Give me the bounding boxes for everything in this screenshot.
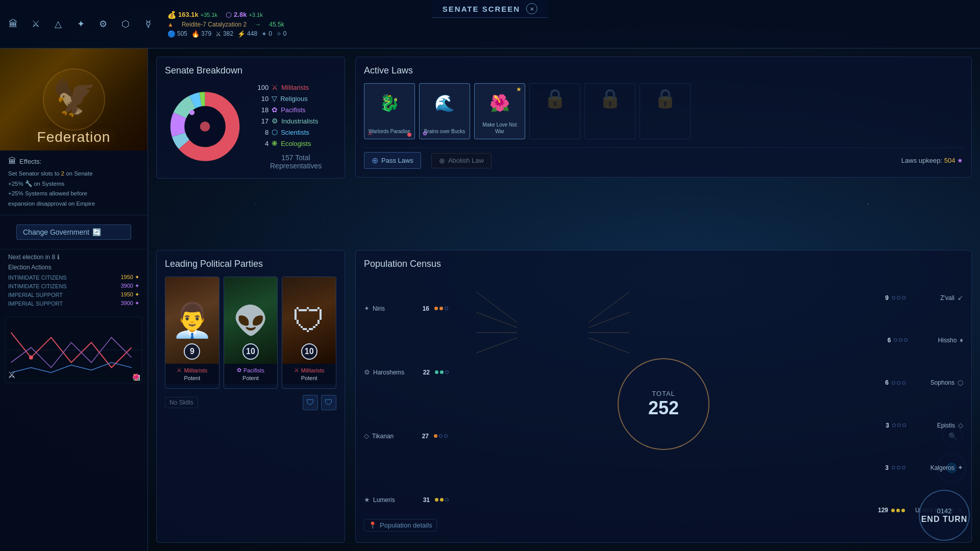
stat-lightning-val: 448 — [247, 30, 257, 37]
election-action-4[interactable]: IMPERIAL SUPPORT 3900 ✦ — [8, 299, 139, 308]
no-skills-label: No Skills — [165, 397, 198, 408]
kalgeros-dots — [892, 466, 905, 469]
law-star-icon: ★ — [516, 86, 522, 93]
shield-buttons: 🛡 🛡 — [303, 395, 336, 410]
party-card-1[interactable]: 👨‍💼 9 ⚔ Militarists Potent — [165, 277, 219, 389]
election-action-1[interactable]: INTIMIDATE CITIZENS 1950 ✦ — [8, 273, 139, 282]
research-delta: +3.1k — [249, 12, 262, 18]
close-button[interactable]: × — [526, 3, 537, 14]
top-resources: 💰 163.1k +35.1k ⬡ 2.8k +3.1k ▲ Reidite-7… — [161, 9, 293, 40]
niris-dots — [434, 307, 448, 310]
shield-button-1[interactable]: 🛡 — [303, 395, 318, 410]
active-laws-panel: Active Laws 🐉 Warlords Paradise ⚔ 🌊 Brai… — [355, 57, 972, 178]
effects-section: 🏛 Effects: Set Senator slots to 2 on Sen… — [0, 151, 148, 215]
production-icon[interactable]: △ — [51, 17, 65, 31]
party-scientists[interactable]: 8 ⬡ Scientists — [255, 128, 336, 136]
senate-title-bar: SENATE SCREEN × — [432, 0, 548, 18]
stat-pop: 🔵 505 — [167, 30, 187, 38]
lumeris-dots — [435, 498, 449, 502]
party-card-2[interactable]: 👽 10 ✿ Pacifists Potent — [224, 277, 278, 389]
make-love-name: Make Love Not War — [478, 121, 522, 135]
zvali-dots — [892, 296, 905, 299]
law-slot-locked-2: 🔒 — [584, 83, 635, 139]
stat-sword-val: 382 — [223, 30, 233, 37]
senate-inner: 100 ⚔ Militarists 10 ▽ Religious 18 ✿ Pa… — [165, 83, 336, 170]
change-government-button[interactable]: Change Government 🔄 — [16, 224, 131, 240]
top-icons: 🏛 ⚔ △ ✦ ⚙ ⬡ ☿ — [0, 13, 161, 35]
law-indicator-1 — [407, 133, 411, 137]
effects-list: Set Senator slots to 2 on Senate +25% 🔧 … — [8, 169, 139, 209]
svg-line-16 — [476, 338, 517, 353]
epistis-dots — [892, 423, 906, 427]
military-icon[interactable]: ⚔ — [29, 17, 43, 31]
end-turn-label: END TURN — [921, 515, 968, 524]
stat-star2: ✧ 0 — [276, 30, 287, 38]
ships-icon[interactable]: ✦ — [74, 17, 88, 31]
heroes-icon[interactable]: ☿ — [141, 17, 155, 31]
election-section: Next election in 8 ℹ Election Actions IN… — [0, 249, 148, 312]
party-card-art-2: 👽 10 — [224, 277, 278, 364]
special-resource-delta: → — [255, 21, 261, 28]
city-icon[interactable]: 🏛 — [6, 17, 20, 31]
party-ecologists[interactable]: 4 ❋ Ecologists — [255, 139, 336, 147]
stat-sword: ⚔ 382 — [215, 30, 233, 38]
election-action-2[interactable]: INTIMIDATE CITIZENS 3900 ✦ — [8, 282, 139, 290]
faction-banner: 🦅 Federation — [0, 48, 148, 151]
party-rank-label-2: Potent — [227, 375, 275, 381]
party-rank-label-1: Potent — [168, 375, 216, 381]
next-election: Next election in 8 ℹ — [8, 254, 139, 261]
stat-bar: 🔵 505 🔥 379 ⚔ 382 ⚡ 448 ✦ 0 ✧ 0 — [167, 30, 287, 38]
research-resource: ⬡ 2.8k +3.1k — [226, 11, 263, 19]
turn-number: 0142 — [937, 507, 952, 515]
svg-line-20 — [589, 338, 629, 353]
svg-line-14 — [476, 312, 517, 328]
party-militarists[interactable]: 100 ⚔ Militarists — [255, 83, 336, 91]
settings-icon[interactable]: ⚙ — [96, 17, 110, 31]
law-card-make-love[interactable]: ★ 🌺 Make Love Not War — [474, 83, 525, 139]
laws-upkeep: Laws upkeep: 504 ★ — [901, 157, 963, 164]
party-card-info-1: ⚔ Militarists Potent — [165, 364, 219, 384]
party-pacifists[interactable]: 18 ✿ Pacifists — [255, 106, 336, 114]
law-card-brains[interactable]: 🌊 Brains over Bucks ✿ — [419, 83, 470, 139]
law-slot-locked-3: 🔒 — [640, 83, 691, 139]
upkeep-star: ★ — [957, 157, 963, 164]
senate-breakdown-panel: Senate Breakdown — [156, 57, 345, 179]
census-row-lumeris: ★ Lumeris 31 — [364, 496, 471, 504]
population-details-button[interactable]: 📍 Population details — [364, 519, 437, 532]
stat-star1-val: 0 — [268, 30, 272, 37]
tikanan-dots — [434, 434, 448, 438]
political-parties-title: Leading Political Parties — [165, 259, 336, 269]
pass-laws-button[interactable]: ⊕ Pass Laws — [364, 152, 421, 169]
party-card-info-2: ✿ Pacifists Potent — [224, 364, 278, 384]
chart-icons: ⚔ — [8, 369, 16, 381]
credits-resource: 💰 163.1k +35.1k — [167, 11, 217, 19]
stat-pop-val: 505 — [177, 30, 187, 37]
census-left-column: ✦ Niris 16 ⚙ Haroshems 22 — [364, 277, 476, 532]
stat-star1: ✦ 0 — [261, 30, 272, 38]
location-icon: 📍 — [369, 521, 377, 529]
svg-line-13 — [476, 292, 517, 322]
parties-cards-container: 👨‍💼 9 ⚔ Militarists Potent 👽 10 — [165, 277, 336, 389]
make-love-icon: 🌺 — [489, 88, 510, 118]
party-card-3[interactable]: 🛡 10 ⚔ Militarists Potent — [282, 277, 336, 389]
election-action-3[interactable]: IMPERIAL SUPPORT 1950 ✦ — [8, 290, 139, 299]
party-religious[interactable]: 10 ▽ Religious — [255, 94, 336, 103]
law-card-warlords[interactable]: 🐉 Warlords Paradise ⚔ — [364, 83, 415, 139]
brains-faction-icon: ✿ — [423, 130, 427, 137]
party-rank-label-3: Potent — [285, 375, 333, 381]
end-turn-button[interactable]: 0142 END TURN — [919, 490, 970, 541]
credits-value: 163.1k — [178, 11, 199, 18]
census-row-kalgeros: 3 Kalgeros ✦ — [856, 464, 963, 471]
diplomacy-icon[interactable]: ⬡ — [118, 17, 133, 31]
party-faction-label-1: ⚔ Militarists — [168, 367, 216, 373]
special-resource-amount: 45.5k — [269, 21, 284, 28]
x-icon: ⊗ — [439, 157, 445, 165]
shield-button-2[interactable]: 🛡 — [321, 395, 336, 410]
census-row-tikanan: ◇ Tikanan 27 — [364, 432, 471, 440]
party-card-info-3: ⚔ Militarists Potent — [282, 364, 336, 384]
credits-delta: +35.1k — [201, 12, 217, 18]
plus-icon: ⊕ — [372, 156, 378, 165]
party-rank-badge-3: 10 — [301, 343, 317, 360]
party-list: 100 ⚔ Militarists 10 ▽ Religious 18 ✿ Pa… — [255, 83, 336, 147]
party-industrialists[interactable]: 17 ⚙ Industrialists — [255, 117, 336, 125]
